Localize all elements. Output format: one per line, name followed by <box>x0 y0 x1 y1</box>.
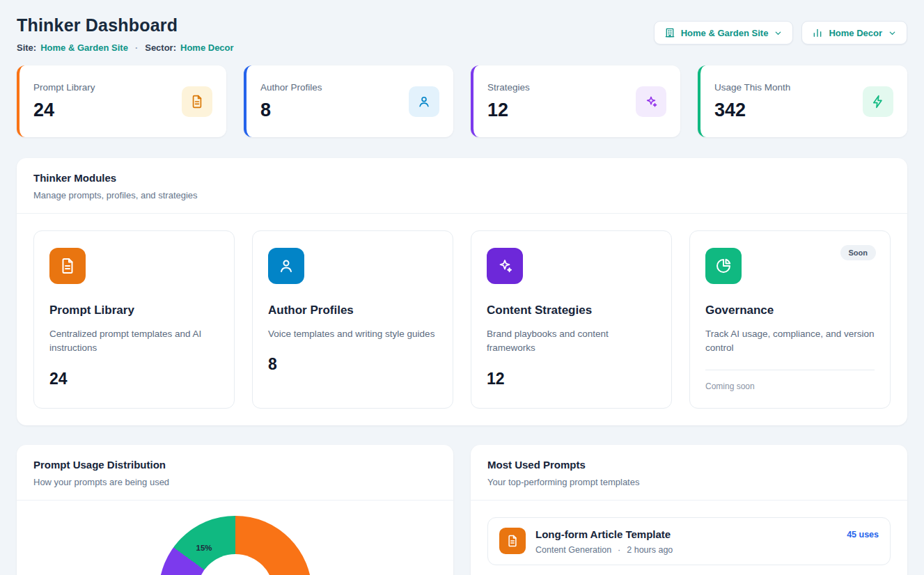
document-icon <box>499 528 526 554</box>
stat-text: Prompt Library 24 <box>33 82 95 121</box>
stat-value: 24 <box>33 100 95 121</box>
user-icon <box>268 248 304 284</box>
pie-chart-icon <box>705 248 742 284</box>
module-description: Voice templates and writing style guides <box>268 327 437 341</box>
stat-card-author-profiles: Author Profiles 8 <box>244 65 453 137</box>
bar-chart-icon <box>812 27 823 38</box>
prompt-info: Long-form Article Template Content Gener… <box>535 528 837 555</box>
chevron-down-icon <box>888 29 897 38</box>
stat-card-strategies: Strategies 12 <box>471 65 680 137</box>
dashboard-page: Thinker Dashboard Site: Home & Garden Si… <box>0 0 924 575</box>
module-description: Centralized prompt templates and AI inst… <box>49 327 219 356</box>
sector-label: Sector: <box>145 42 176 53</box>
prompt-category: Content Generation <box>535 545 611 555</box>
site-link[interactable]: Home & Garden Site <box>40 42 128 53</box>
donut-chart-area: 15% <box>17 501 453 575</box>
prompt-meta: Content Generation · 2 hours ago <box>535 545 837 555</box>
module-title: Author Profiles <box>268 304 437 317</box>
site-label: Site: <box>17 42 36 53</box>
building-icon <box>664 27 675 38</box>
prompts-panel-title: Most Used Prompts <box>487 459 891 471</box>
prompt-list-item[interactable]: Long-form Article Template Content Gener… <box>487 517 891 565</box>
module-count: 12 <box>487 370 656 388</box>
divider <box>705 370 875 370</box>
module-card-content-strategies[interactable]: Content Strategies Brand playbooks and c… <box>471 230 672 409</box>
modules-subtitle: Manage prompts, profiles, and strategies <box>33 190 891 200</box>
stat-text: Strategies 12 <box>487 82 530 121</box>
title-block: Thinker Dashboard Site: Home & Garden Si… <box>17 15 234 53</box>
usage-panel-subtitle: How your prompts are being used <box>33 477 437 487</box>
modules-title: Thinker Modules <box>33 172 891 184</box>
chevron-down-icon <box>774 29 783 38</box>
module-card-prompt-library[interactable]: Prompt Library Centralized prompt templa… <box>33 230 235 409</box>
prompt-time: 2 hours ago <box>627 545 673 555</box>
most-used-prompts-panel: Most Used Prompts Your top-performing pr… <box>471 445 907 575</box>
sparkle-icon <box>487 248 523 284</box>
separator: · <box>618 545 620 555</box>
sector-link[interactable]: Home Decor <box>180 42 234 53</box>
breadcrumb: Site: Home & Garden Site · Sector: Home … <box>17 42 234 53</box>
module-count: 8 <box>268 355 437 374</box>
usage-panel-header: Prompt Usage Distribution How your promp… <box>17 445 453 500</box>
header: Thinker Dashboard Site: Home & Garden Si… <box>17 15 907 53</box>
bolt-icon <box>863 86 893 117</box>
modules-header: Thinker Modules Manage prompts, profiles… <box>17 158 907 213</box>
stat-text: Usage This Month 342 <box>714 82 790 121</box>
document-icon <box>49 248 86 284</box>
prompts-panel-subtitle: Your top-performing prompt templates <box>487 477 891 487</box>
user-icon <box>409 86 439 117</box>
coming-soon-label: Coming soon <box>705 381 875 391</box>
stat-value: 12 <box>487 100 530 121</box>
stat-label: Prompt Library <box>33 82 95 93</box>
stat-card-usage: Usage This Month 342 <box>698 65 907 137</box>
site-selector-label: Home & Garden Site <box>681 28 769 38</box>
usage-distribution-panel: Prompt Usage Distribution How your promp… <box>17 445 453 575</box>
prompts-panel-header: Most Used Prompts Your top-performing pr… <box>471 445 907 500</box>
stat-label: Author Profiles <box>260 82 322 93</box>
stat-text: Author Profiles 8 <box>260 82 322 121</box>
donut-chart: 15% <box>159 516 312 575</box>
module-count: 24 <box>49 370 219 388</box>
stats-row: Prompt Library 24 Author Profiles 8 Stra… <box>17 65 907 137</box>
separator: · <box>135 42 138 53</box>
module-title: Content Strategies <box>487 304 656 317</box>
usage-panel-title: Prompt Usage Distribution <box>33 459 437 471</box>
module-title: Governance <box>705 304 875 317</box>
sector-selector-dropdown[interactable]: Home Decor <box>801 21 907 45</box>
modules-section: Thinker Modules Manage prompts, profiles… <box>17 158 907 425</box>
sector-selector-label: Home Decor <box>829 28 882 38</box>
module-description: Track AI usage, compliance, and version … <box>705 327 875 356</box>
bottom-row: Prompt Usage Distribution How your promp… <box>17 445 907 575</box>
prompt-title: Long-form Article Template <box>535 528 837 540</box>
soon-badge: Soon <box>840 245 877 260</box>
stat-label: Strategies <box>487 82 530 93</box>
document-icon <box>182 86 212 117</box>
stat-label: Usage This Month <box>714 82 790 93</box>
modules-grid: Prompt Library Centralized prompt templa… <box>17 214 907 425</box>
sparkle-icon <box>636 86 666 117</box>
module-title: Prompt Library <box>49 304 219 317</box>
header-controls: Home & Garden Site Home Decor <box>654 21 907 45</box>
module-card-author-profiles[interactable]: Author Profiles Voice templates and writ… <box>252 230 453 409</box>
module-card-governance[interactable]: Soon Governance Track AI usage, complian… <box>689 230 891 409</box>
divider <box>471 500 907 501</box>
module-description: Brand playbooks and content frameworks <box>487 327 656 356</box>
stat-card-prompt-library: Prompt Library 24 <box>17 65 226 137</box>
prompt-uses-count: 45 uses <box>847 530 879 539</box>
donut-segment-label: 15% <box>196 544 212 552</box>
stat-value: 342 <box>714 100 790 121</box>
stat-value: 8 <box>260 100 322 121</box>
page-title: Thinker Dashboard <box>17 15 234 36</box>
site-selector-dropdown[interactable]: Home & Garden Site <box>654 21 794 45</box>
